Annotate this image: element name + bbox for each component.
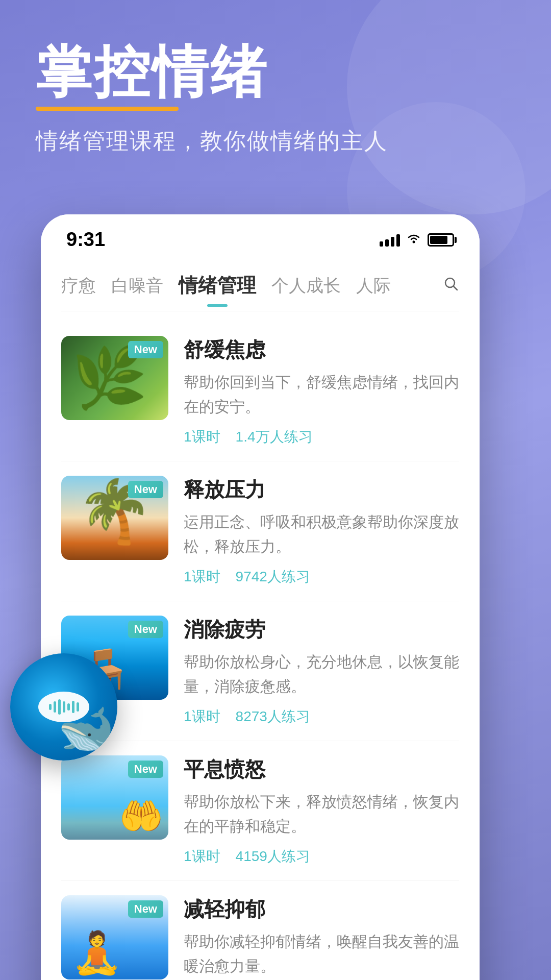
course-item[interactable]: New 平息愤怒 帮助你放松下来，释放愤怒情绪，恢复内在的平静和稳定。 1课时 …	[61, 741, 459, 881]
new-badge: New	[128, 621, 163, 638]
new-badge: New	[128, 761, 163, 778]
course-info-3: 消除疲劳 帮助你放松身心，充分地休息，以恢复能量，消除疲惫感。 1课时 8273…	[184, 616, 459, 726]
course-thumbnail-1: New	[61, 336, 168, 420]
course-lessons-4: 1课时	[184, 847, 220, 866]
signal-icon	[380, 233, 400, 247]
course-item[interactable]: New 舒缓焦虑 帮助你回到当下，舒缓焦虑情绪，找回内在的安宁。 1课时 1.4…	[61, 322, 459, 461]
audio-player-background	[10, 653, 117, 761]
course-desc-4: 帮助你放松下来，释放愤怒情绪，恢复内在的平静和稳定。	[184, 790, 459, 839]
tab-growth[interactable]: 个人成长	[271, 270, 341, 302]
tab-social[interactable]: 人际	[356, 270, 391, 302]
course-participants-1: 1.4万人练习	[236, 427, 313, 447]
wave-bar-5	[67, 703, 70, 710]
course-title-1: 舒缓焦虑	[184, 336, 459, 364]
wave-bar-6	[72, 701, 74, 713]
course-lessons-3: 1课时	[184, 707, 220, 726]
wave-bar-1	[49, 704, 52, 710]
new-badge: New	[128, 900, 163, 918]
new-badge: New	[128, 481, 163, 498]
status-icons	[380, 232, 454, 248]
course-thumbnail-2: New	[61, 476, 168, 560]
course-item[interactable]: New 消除疲劳 帮助你放松身心，充分地休息，以恢复能量，消除疲惫感。 1课时 …	[61, 601, 459, 741]
course-meta-3: 1课时 8273人练习	[184, 707, 459, 726]
phone-frame: 9:31 疗愈	[41, 214, 480, 980]
course-item[interactable]: New 减轻抑郁 帮助你减轻抑郁情绪，唤醒自我友善的温暖治愈力量。 1课时 32…	[61, 881, 459, 980]
course-participants-4: 4159人练习	[236, 847, 310, 866]
course-meta-2: 1课时 9742人练习	[184, 567, 459, 586]
course-title-5: 减轻抑郁	[184, 895, 459, 923]
tab-emotion[interactable]: 情绪管理	[179, 268, 256, 303]
course-participants-2: 9742人练习	[236, 567, 310, 586]
tab-healing[interactable]: 疗愈	[61, 270, 96, 302]
wifi-icon	[406, 232, 421, 248]
audio-player[interactable]	[10, 653, 117, 761]
course-participants-3: 8273人练习	[236, 707, 310, 726]
wave-bar-3	[58, 699, 61, 715]
course-desc-1: 帮助你回到当下，舒缓焦虑情绪，找回内在的安宁。	[184, 370, 459, 419]
new-badge: New	[128, 341, 163, 358]
phone-mockup: 9:31 疗愈	[41, 214, 551, 980]
course-desc-5: 帮助你减轻抑郁情绪，唤醒自我友善的温暖治愈力量。	[184, 929, 459, 978]
status-time: 9:31	[66, 229, 105, 251]
battery-icon	[428, 233, 454, 247]
course-item[interactable]: New 释放压力 运用正念、呼吸和积极意象帮助你深度放松，释放压力。 1课时 9…	[61, 461, 459, 601]
wave-bar-2	[54, 701, 56, 713]
course-title-3: 消除疲劳	[184, 616, 459, 644]
course-thumbnail-4: New	[61, 755, 168, 840]
svg-point-0	[413, 240, 415, 243]
category-tabs: 疗愈 白噪音 情绪管理 个人成长 人际	[41, 258, 480, 303]
course-meta-4: 1课时 4159人练习	[184, 847, 459, 866]
course-lessons-2: 1课时	[184, 567, 220, 586]
wave-bar-7	[77, 702, 79, 712]
course-list: New 舒缓焦虑 帮助你回到当下，舒缓焦虑情绪，找回内在的安宁。 1课时 1.4…	[41, 311, 480, 980]
page-subtitle: 情绪管理课程，教你做情绪的主人	[36, 126, 388, 156]
course-desc-2: 运用正念、呼吸和积极意象帮助你深度放松，释放压力。	[184, 510, 459, 559]
search-icon[interactable]	[443, 276, 459, 296]
audio-waveform	[38, 692, 89, 722]
course-info-4: 平息愤怒 帮助你放松下来，释放愤怒情绪，恢复内在的平静和稳定。 1课时 4159…	[184, 755, 459, 866]
title-underline	[36, 107, 179, 111]
course-info-1: 舒缓焦虑 帮助你回到当下，舒缓焦虑情绪，找回内在的安宁。 1课时 1.4万人练习	[184, 336, 459, 447]
course-info-5: 减轻抑郁 帮助你减轻抑郁情绪，唤醒自我友善的温暖治愈力量。 1课时 3201人练…	[184, 895, 459, 980]
header-section: 掌控情绪 情绪管理课程，教你做情绪的主人	[36, 41, 388, 156]
course-title-2: 释放压力	[184, 476, 459, 504]
page-title: 掌控情绪	[36, 41, 388, 103]
course-thumbnail-5: New	[61, 895, 168, 979]
wave-bar-4	[63, 701, 65, 713]
course-lessons-1: 1课时	[184, 427, 220, 447]
course-meta-1: 1课时 1.4万人练习	[184, 427, 459, 447]
course-desc-3: 帮助你放松身心，充分地休息，以恢复能量，消除疲惫感。	[184, 650, 459, 699]
tab-whitenoise[interactable]: 白噪音	[111, 270, 163, 302]
course-title-4: 平息愤怒	[184, 755, 459, 783]
status-bar: 9:31	[41, 214, 480, 258]
course-info-2: 释放压力 运用正念、呼吸和积极意象帮助你深度放松，释放压力。 1课时 9742人…	[184, 476, 459, 586]
